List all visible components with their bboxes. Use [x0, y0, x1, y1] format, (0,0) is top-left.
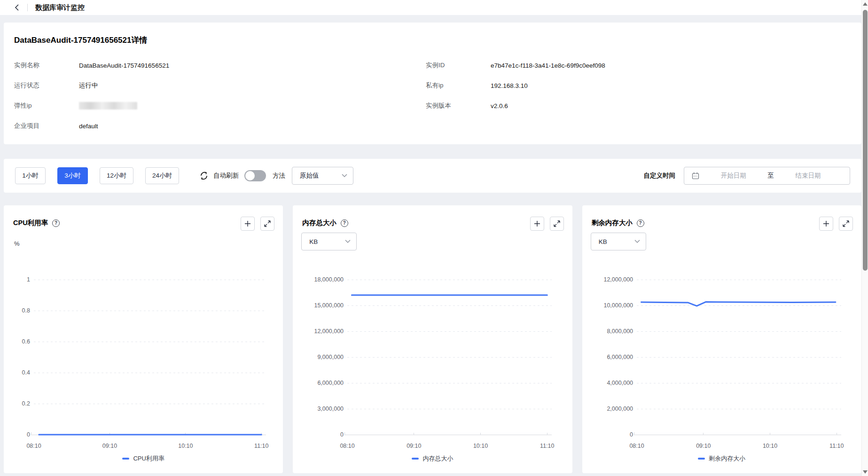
legend-label: CPU利用率 — [133, 454, 164, 463]
y-axis-tick-label: 0.2 — [22, 401, 30, 407]
unit-select-value: KB — [599, 238, 607, 245]
expand-button[interactable] — [550, 217, 564, 231]
chevron-down-icon — [342, 174, 347, 178]
unit-select[interactable]: KB — [301, 233, 357, 250]
monitor-toolbar: 1小时3小时12小时24小时 自动刷新 方法 原始值 自定义时间 开始日期 至 — [4, 159, 861, 193]
chevron-left-icon — [15, 4, 19, 11]
y-axis-tick-label: 9,000,000 — [318, 354, 344, 361]
refresh-icon[interactable] — [199, 171, 209, 180]
y-axis-tick-label: 4,000,000 — [607, 380, 633, 387]
y-axis-tick-label: 15,000,000 — [314, 303, 344, 309]
chevron-down-icon — [634, 240, 640, 243]
time-range-button[interactable]: 24小时 — [145, 167, 179, 184]
chart-legend: 剩余内存大小 — [582, 454, 861, 463]
time-range-button[interactable]: 12小时 — [100, 167, 133, 184]
field-label: 企业项目 — [14, 122, 79, 130]
chart-legend: 内存总大小 — [293, 454, 572, 463]
y-axis-tick-label: 2,000,000 — [607, 406, 633, 413]
chart-header: CPU利用率? — [13, 218, 60, 227]
chevron-down-icon — [345, 240, 351, 243]
x-axis-tick-label: 10:10 — [178, 443, 193, 449]
chart-header: 剩余内存大小? — [592, 218, 644, 227]
x-axis-tick-label: 11:10 — [829, 443, 844, 449]
field-value: v2.0.6 — [491, 102, 508, 109]
auto-refresh-toggle[interactable] — [244, 170, 266, 181]
y-axis-tick-label: 6,000,000 — [607, 354, 633, 361]
date-range-input[interactable]: 开始日期 至 结束日期 — [684, 167, 850, 185]
field-row: 企业项目default — [14, 122, 169, 130]
back-button[interactable] — [12, 3, 22, 12]
start-date-placeholder[interactable]: 开始日期 — [699, 172, 767, 180]
expand-button[interactable] — [260, 217, 274, 231]
scroll-down-arrow-icon[interactable] — [863, 470, 868, 474]
title-bar: 数据库审计监控 — [0, 0, 861, 15]
x-axis-tick-label: 08:10 — [340, 443, 355, 449]
expand-button[interactable] — [839, 217, 853, 231]
field-label: 私有ip — [426, 81, 491, 90]
page-title: 数据库审计监控 — [35, 3, 85, 12]
x-axis-tick-label: 09:10 — [407, 443, 421, 449]
help-icon[interactable]: ? — [52, 219, 60, 227]
chart-header: 内存总大小? — [302, 218, 348, 227]
expand-icon — [264, 220, 271, 227]
legend-marker — [698, 458, 705, 460]
method-select[interactable]: 原始值 — [292, 167, 353, 185]
field-label: 实例ID — [426, 61, 491, 70]
legend-label: 内存总大小 — [422, 454, 453, 463]
chart-actions — [530, 217, 564, 231]
scrollbar-thumb[interactable] — [863, 10, 868, 271]
chart-plot: 18,000,00015,000,00012,000,0009,000,0006… — [293, 265, 572, 456]
custom-time-label: 自定义时间 — [644, 172, 676, 180]
x-axis-tick-label: 09:10 — [696, 443, 711, 449]
add-to-dashboard-button[interactable] — [819, 217, 833, 231]
redacted-value — [79, 102, 137, 109]
add-to-dashboard-button[interactable] — [530, 217, 544, 231]
y-axis-tick-label: 6,000,000 — [318, 380, 344, 387]
y-axis-tick-label: 12,000,000 — [314, 328, 344, 335]
expand-icon — [554, 220, 560, 227]
toggle-knob — [245, 171, 255, 180]
y-axis-tick-label: 18,000,000 — [314, 277, 344, 283]
field-label: 弹性ip — [14, 101, 79, 110]
chart-card: CPU利用率?%10.80.60.40.2008:1009:1010:1011:… — [4, 205, 283, 473]
vertical-scrollbar[interactable] — [861, 0, 868, 476]
chart-title: CPU利用率 — [13, 218, 48, 227]
y-axis-tick-label: 0.8 — [22, 308, 30, 314]
time-range-button[interactable]: 1小时 — [15, 167, 46, 184]
legend-marker — [412, 458, 419, 460]
field-value: 运行中 — [79, 81, 98, 90]
y-axis-tick-label: 12,000,000 — [603, 277, 633, 283]
unit-select[interactable]: KB — [591, 233, 646, 250]
y-axis-tick-label: 0.4 — [22, 370, 30, 376]
field-row: 弹性ip — [14, 101, 169, 110]
scroll-up-arrow-icon[interactable] — [863, 2, 868, 6]
chart-plot: 12,000,00010,000,0008,000,0006,000,0004,… — [582, 265, 861, 456]
field-value: e7b47e1c-f118-3a41-1e8c-69f9c0eef098 — [491, 62, 605, 69]
method-select-value: 原始值 — [300, 172, 319, 180]
instance-fields-left: 实例名称DataBaseAudit-1757491656521运行状态运行中弹性… — [14, 61, 169, 142]
y-axis-tick-label: 0 — [27, 432, 30, 438]
add-to-dashboard-button[interactable] — [241, 217, 255, 231]
legend-label: 剩余内存大小 — [709, 454, 745, 463]
y-axis-tick-label: 10,000,000 — [603, 303, 633, 309]
legend-marker — [122, 458, 129, 460]
chart-actions — [241, 217, 274, 231]
instance-fields-right: 实例IDe7b47e1c-f118-3a41-1e8c-69f9c0eef098… — [426, 61, 605, 122]
chart-plot: 10.80.60.40.2008:1009:1010:1011:10 — [4, 265, 283, 456]
field-label: 实例版本 — [426, 101, 491, 110]
auto-refresh-label: 自动刷新 — [213, 172, 239, 180]
instance-detail-title: DataBaseAudit-1757491656521详情 — [14, 35, 851, 46]
field-value: 192.168.3.10 — [491, 82, 528, 89]
end-date-placeholder[interactable]: 结束日期 — [774, 172, 842, 180]
expand-icon — [843, 220, 849, 227]
unit-label: % — [14, 240, 20, 247]
date-separator: 至 — [767, 172, 774, 180]
help-icon[interactable]: ? — [341, 219, 348, 227]
field-row: 实例版本v2.0.6 — [426, 101, 605, 110]
x-axis-tick-label: 11:10 — [254, 443, 268, 449]
help-icon[interactable]: ? — [637, 219, 644, 227]
chart-legend: CPU利用率 — [4, 454, 283, 463]
y-axis-tick-label: 3,000,000 — [318, 406, 344, 413]
y-axis-tick-label: 1 — [27, 277, 30, 283]
time-range-button[interactable]: 3小时 — [57, 167, 88, 184]
